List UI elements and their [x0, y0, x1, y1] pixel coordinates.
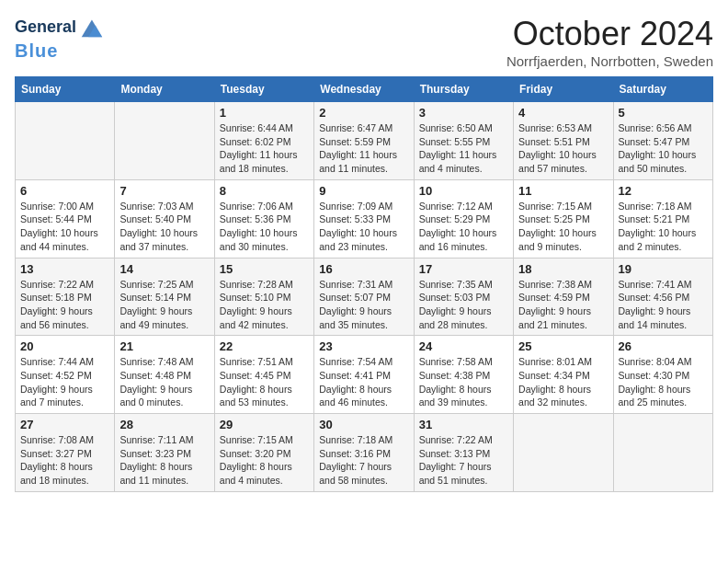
day-number: 25 [518, 339, 608, 353]
day-number: 31 [419, 418, 508, 431]
day-number: 17 [419, 262, 508, 276]
day-info: Sunrise: 7:00 AM Sunset: 5:44 PM Dayligh… [20, 200, 109, 254]
location-title: Norrfjaerden, Norrbotten, Sweden [506, 53, 713, 69]
calendar-cell: 31Sunrise: 7:22 AM Sunset: 3:13 PM Dayli… [414, 414, 513, 492]
calendar-cell: 10Sunrise: 7:12 AM Sunset: 5:29 PM Dayli… [414, 179, 513, 258]
day-info: Sunrise: 6:50 AM Sunset: 5:55 PM Dayligh… [419, 121, 508, 176]
day-number: 26 [619, 339, 708, 353]
calendar-cell: 9Sunrise: 7:09 AM Sunset: 5:33 PM Daylig… [314, 179, 414, 258]
weekday-header-tuesday: Tuesday [214, 77, 313, 102]
day-info: Sunrise: 7:54 AM Sunset: 4:41 PM Dayligh… [319, 355, 408, 409]
day-number: 12 [619, 184, 708, 198]
day-info: Sunrise: 7:35 AM Sunset: 5:03 PM Dayligh… [419, 278, 508, 332]
day-info: Sunrise: 8:04 AM Sunset: 4:30 PM Dayligh… [619, 355, 708, 409]
day-info: Sunrise: 7:31 AM Sunset: 5:07 PM Dayligh… [319, 278, 408, 332]
weekday-header-thursday: Thursday [414, 77, 513, 102]
calendar-cell: 16Sunrise: 7:31 AM Sunset: 5:07 PM Dayli… [314, 258, 414, 336]
logo-text: General [15, 18, 76, 37]
day-info: Sunrise: 7:44 AM Sunset: 4:52 PM Dayligh… [20, 355, 109, 409]
calendar-cell: 3Sunrise: 6:50 AM Sunset: 5:55 PM Daylig… [414, 102, 513, 180]
day-info: Sunrise: 7:38 AM Sunset: 4:59 PM Dayligh… [518, 278, 608, 332]
day-number: 10 [419, 184, 508, 198]
day-info: Sunrise: 7:08 AM Sunset: 3:27 PM Dayligh… [20, 433, 109, 488]
weekday-header-saturday: Saturday [613, 77, 712, 102]
weekday-header-wednesday: Wednesday [314, 77, 414, 102]
day-info: Sunrise: 7:58 AM Sunset: 4:38 PM Dayligh… [419, 355, 508, 409]
calendar-cell: 27Sunrise: 7:08 AM Sunset: 3:27 PM Dayli… [16, 414, 115, 492]
calendar-cell: 4Sunrise: 6:53 AM Sunset: 5:51 PM Daylig… [514, 102, 613, 180]
day-number: 6 [20, 184, 109, 198]
calendar-cell: 14Sunrise: 7:25 AM Sunset: 5:14 PM Dayli… [115, 258, 214, 336]
calendar-cell: 28Sunrise: 7:11 AM Sunset: 3:23 PM Dayli… [115, 414, 214, 492]
calendar-cell [115, 102, 214, 180]
day-number: 1 [220, 106, 309, 120]
day-info: Sunrise: 7:06 AM Sunset: 5:36 PM Dayligh… [220, 200, 309, 254]
calendar-cell: 29Sunrise: 7:15 AM Sunset: 3:20 PM Dayli… [214, 414, 313, 492]
day-number: 30 [319, 418, 408, 431]
day-info: Sunrise: 7:41 AM Sunset: 4:56 PM Dayligh… [619, 278, 708, 332]
day-info: Sunrise: 7:28 AM Sunset: 5:10 PM Dayligh… [220, 278, 309, 332]
day-number: 5 [619, 106, 708, 120]
day-number: 7 [119, 184, 209, 198]
day-number: 29 [220, 418, 309, 431]
day-number: 21 [119, 339, 209, 353]
day-number: 18 [518, 262, 608, 276]
calendar-week-row: 20Sunrise: 7:44 AM Sunset: 4:52 PM Dayli… [16, 336, 713, 414]
page-header: General Blue October 2024 Norrfjaerden, … [15, 15, 713, 69]
calendar-cell: 24Sunrise: 7:58 AM Sunset: 4:38 PM Dayli… [414, 336, 513, 414]
day-info: Sunrise: 7:09 AM Sunset: 5:33 PM Dayligh… [319, 200, 408, 254]
calendar-cell: 2Sunrise: 6:47 AM Sunset: 5:59 PM Daylig… [314, 102, 414, 180]
calendar-cell: 1Sunrise: 6:44 AM Sunset: 6:02 PM Daylig… [214, 102, 313, 180]
logo-icon [78, 15, 104, 40]
day-number: 27 [20, 418, 109, 431]
calendar-cell: 19Sunrise: 7:41 AM Sunset: 4:56 PM Dayli… [613, 258, 712, 336]
calendar-cell: 26Sunrise: 8:04 AM Sunset: 4:30 PM Dayli… [613, 336, 712, 414]
calendar-cell: 13Sunrise: 7:22 AM Sunset: 5:18 PM Dayli… [16, 258, 115, 336]
day-info: Sunrise: 7:12 AM Sunset: 5:29 PM Dayligh… [419, 200, 508, 254]
calendar-cell [16, 102, 115, 180]
calendar-cell: 5Sunrise: 6:56 AM Sunset: 5:47 PM Daylig… [613, 102, 712, 180]
day-info: Sunrise: 7:25 AM Sunset: 5:14 PM Dayligh… [119, 278, 209, 332]
calendar-cell: 25Sunrise: 8:01 AM Sunset: 4:34 PM Dayli… [514, 336, 613, 414]
calendar-cell: 23Sunrise: 7:54 AM Sunset: 4:41 PM Dayli… [314, 336, 414, 414]
calendar-cell: 6Sunrise: 7:00 AM Sunset: 5:44 PM Daylig… [16, 179, 115, 258]
day-info: Sunrise: 7:22 AM Sunset: 3:13 PM Dayligh… [419, 433, 508, 488]
day-number: 28 [119, 418, 209, 431]
day-number: 15 [220, 262, 309, 276]
day-info: Sunrise: 7:15 AM Sunset: 5:25 PM Dayligh… [518, 200, 608, 254]
calendar-cell: 22Sunrise: 7:51 AM Sunset: 4:45 PM Dayli… [214, 336, 313, 414]
weekday-header-monday: Monday [115, 77, 214, 102]
day-info: Sunrise: 7:15 AM Sunset: 3:20 PM Dayligh… [220, 433, 309, 488]
calendar-cell: 15Sunrise: 7:28 AM Sunset: 5:10 PM Dayli… [214, 258, 313, 336]
day-number: 22 [220, 339, 309, 353]
day-info: Sunrise: 7:18 AM Sunset: 5:21 PM Dayligh… [619, 200, 708, 254]
calendar-cell: 7Sunrise: 7:03 AM Sunset: 5:40 PM Daylig… [115, 179, 214, 258]
month-title: October 2024 [506, 15, 713, 53]
weekday-header-friday: Friday [514, 77, 613, 102]
day-number: 23 [319, 339, 408, 353]
day-info: Sunrise: 7:51 AM Sunset: 4:45 PM Dayligh… [220, 355, 309, 409]
calendar-week-row: 6Sunrise: 7:00 AM Sunset: 5:44 PM Daylig… [16, 179, 713, 258]
logo: General Blue [15, 15, 104, 61]
day-info: Sunrise: 6:44 AM Sunset: 6:02 PM Dayligh… [220, 121, 309, 176]
calendar-cell: 12Sunrise: 7:18 AM Sunset: 5:21 PM Dayli… [613, 179, 712, 258]
calendar-cell: 20Sunrise: 7:44 AM Sunset: 4:52 PM Dayli… [16, 336, 115, 414]
day-info: Sunrise: 6:47 AM Sunset: 5:59 PM Dayligh… [319, 121, 408, 176]
day-number: 14 [119, 262, 209, 276]
calendar-cell: 17Sunrise: 7:35 AM Sunset: 5:03 PM Dayli… [414, 258, 513, 336]
day-number: 16 [319, 262, 408, 276]
day-info: Sunrise: 7:18 AM Sunset: 3:16 PM Dayligh… [319, 433, 408, 488]
day-number: 20 [20, 339, 109, 353]
day-info: Sunrise: 7:22 AM Sunset: 5:18 PM Dayligh… [20, 278, 109, 332]
day-number: 9 [319, 184, 408, 198]
day-number: 8 [220, 184, 309, 198]
calendar-cell: 8Sunrise: 7:06 AM Sunset: 5:36 PM Daylig… [214, 179, 313, 258]
day-number: 4 [518, 106, 608, 120]
day-info: Sunrise: 6:56 AM Sunset: 5:47 PM Dayligh… [619, 121, 708, 176]
day-info: Sunrise: 7:48 AM Sunset: 4:48 PM Dayligh… [119, 355, 209, 409]
calendar-cell [514, 414, 613, 492]
calendar-week-row: 13Sunrise: 7:22 AM Sunset: 5:18 PM Dayli… [16, 258, 713, 336]
calendar-week-row: 27Sunrise: 7:08 AM Sunset: 3:27 PM Dayli… [16, 414, 713, 492]
calendar-cell [613, 414, 712, 492]
day-info: Sunrise: 7:11 AM Sunset: 3:23 PM Dayligh… [119, 433, 209, 488]
